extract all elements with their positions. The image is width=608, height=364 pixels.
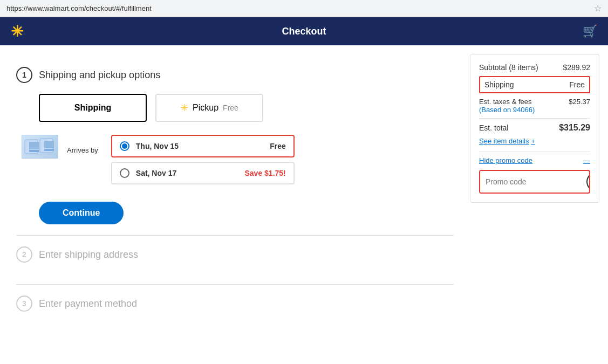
option-1-date: Thu, Nov 15	[136, 142, 263, 150]
see-details-label: See item details	[479, 137, 529, 145]
step-2-section: 2 Enter shipping address	[16, 236, 454, 285]
svg-rect-4	[44, 141, 54, 148]
step-1-number: 1	[16, 67, 32, 83]
hide-promo-icon: —	[583, 156, 590, 164]
taxes-row: Est. taxes & fees $25.37 (Based on 94066…	[479, 98, 590, 114]
svg-rect-5	[44, 149, 54, 151]
delivery-option-2[interactable]: Sat, Nov 17 Save $1.75!	[111, 162, 295, 184]
pickup-free-label: Free	[223, 104, 238, 112]
continue-btn-row: Continue	[39, 202, 454, 224]
shipping-tab[interactable]: Shipping	[39, 94, 147, 122]
step-3-number: 3	[16, 296, 32, 312]
radio-thu[interactable]	[120, 141, 129, 151]
total-label: Est. total	[479, 123, 508, 132]
shipping-tab-label: Shipping	[74, 103, 111, 113]
option-1-price: Free	[270, 142, 286, 150]
total-value: $315.29	[559, 123, 590, 133]
order-summary-sidebar: Subtotal (8 items) $289.92 Shipping Free…	[470, 54, 599, 203]
option-2-date: Sat, Nov 17	[136, 169, 238, 177]
option-2-price: Save $1.75!	[245, 169, 286, 177]
main-layout: 1 Shipping and pickup options Shipping ✳…	[0, 45, 608, 364]
see-details-plus-icon: +	[531, 137, 536, 145]
radio-sat[interactable]	[120, 168, 129, 178]
product-image	[22, 135, 58, 159]
promo-code-input[interactable]	[480, 171, 585, 193]
svg-rect-1	[29, 142, 39, 149]
pickup-star-icon: ✳	[180, 102, 188, 114]
subtotal-value: $289.92	[563, 63, 590, 72]
bookmark-icon[interactable]: ☆	[594, 3, 602, 13]
shipping-tabs: Shipping ✳ Pickup Free	[39, 94, 454, 122]
taxes-label: Est. taxes & fees	[479, 98, 532, 106]
total-row: Est. total $315.29	[479, 123, 590, 133]
see-item-details[interactable]: See item details +	[479, 137, 590, 145]
shipping-label: Shipping	[484, 80, 514, 89]
sidebar-divider-1	[479, 118, 590, 119]
subtotal-row: Subtotal (8 items) $289.92	[479, 63, 590, 72]
pickup-tab[interactable]: ✳ Pickup Free	[155, 94, 263, 122]
arrives-label-wrapper: Arrives by	[67, 135, 103, 154]
zip-code-link[interactable]: (Based on 94066)	[479, 106, 535, 114]
step-3-section: 3 Enter payment method	[16, 285, 454, 333]
arrives-by-label: Arrives by	[67, 142, 98, 154]
url-bar[interactable]: https://www.walmart.com/checkout/#/fulfi…	[6, 4, 152, 12]
apply-promo-button[interactable]: Apply	[586, 172, 590, 191]
pickup-tab-label: Pickup	[193, 103, 218, 113]
hide-promo-btn[interactable]: Hide promo code —	[479, 156, 590, 164]
browser-bar: https://www.walmart.com/checkout/#/fulfi…	[0, 0, 608, 17]
checkout-title: Checkout	[282, 26, 326, 37]
sidebar-divider-2	[479, 152, 590, 152]
svg-rect-2	[29, 150, 39, 152]
step-3-title: Enter payment method	[39, 298, 137, 310]
item-delivery-row: Arrives by Thu, Nov 15 Free Sat, Nov 17 …	[22, 135, 454, 189]
step-1-header: 1 Shipping and pickup options	[16, 67, 454, 83]
continue-button[interactable]: Continue	[39, 202, 124, 224]
step-2-title: Enter shipping address	[39, 249, 138, 260]
taxes-value: $25.37	[569, 98, 590, 106]
step-1-title: Shipping and pickup options	[39, 70, 160, 81]
walmart-logo-icon: ✳	[11, 23, 23, 40]
step-1-section: 1 Shipping and pickup options Shipping ✳…	[16, 56, 454, 236]
delivery-options: Thu, Nov 15 Free Sat, Nov 17 Save $1.75!	[111, 135, 454, 189]
cart-icon[interactable]: 🛒	[583, 24, 597, 38]
hide-promo-label: Hide promo code	[479, 156, 532, 164]
left-content: 1 Shipping and pickup options Shipping ✳…	[0, 45, 470, 364]
delivery-option-1[interactable]: Thu, Nov 15 Free	[111, 135, 295, 157]
step-3-header: 3 Enter payment method	[16, 296, 454, 312]
promo-code-row: Apply	[479, 170, 590, 194]
shipping-row: Shipping Free	[479, 76, 590, 93]
shipping-value: Free	[569, 80, 585, 89]
step-2-header: 2 Enter shipping address	[16, 246, 454, 263]
subtotal-label: Subtotal (8 items)	[479, 63, 538, 72]
site-header: ✳ Checkout 🛒	[0, 17, 608, 45]
step-2-number: 2	[16, 246, 32, 263]
